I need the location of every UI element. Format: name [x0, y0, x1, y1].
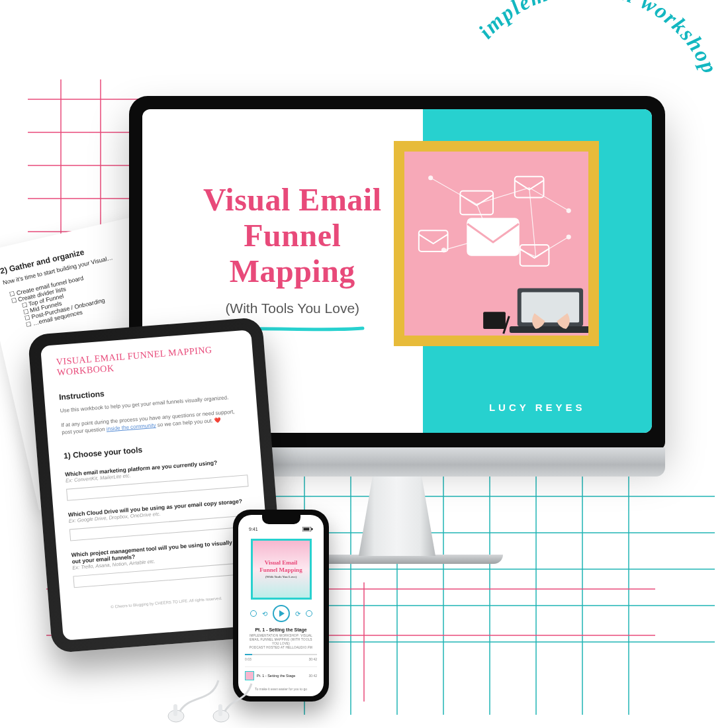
svg-rect-35 — [467, 218, 518, 255]
svg-point-45 — [213, 710, 229, 722]
svg-rect-42 — [304, 528, 310, 531]
svg-rect-47 — [218, 704, 222, 716]
phone-screen: 9:41 Visual Email Funnel Mapping (With T… — [238, 515, 324, 696]
svg-rect-43 — [312, 528, 313, 530]
workbook-footer: © Cheers to Blogging by CHEERS TO LIFE. … — [75, 593, 257, 612]
phone-device: 9:41 Visual Email Funnel Mapping (With T… — [233, 510, 329, 702]
svg-rect-31 — [460, 191, 493, 215]
episode-length: 30:42 — [308, 674, 317, 678]
phone-time: 9:41 — [249, 527, 258, 532]
phone-footer: To make it even easier for you to go — [255, 683, 307, 691]
monitor-stand — [359, 477, 435, 556]
player-controls: ⟲ ⟳ — [250, 605, 312, 622]
forward-icon[interactable]: ⟳ — [295, 610, 300, 617]
track-title: Pt. 1 - Setting the Stage — [255, 627, 306, 632]
image-frame — [394, 141, 599, 346]
battery-icon — [302, 527, 313, 532]
rewind-icon[interactable]: ⟲ — [262, 610, 267, 617]
svg-point-28 — [567, 208, 570, 212]
workbook-title: VISUAL EMAIL FUNNEL MAPPING WORKBOOK — [56, 343, 239, 378]
play-button[interactable] — [273, 605, 290, 622]
progress-bar[interactable] — [245, 654, 317, 655]
svg-point-27 — [428, 176, 432, 180]
slide-right: LUCY REYES — [423, 109, 653, 433]
slide-title: Visual Email Funnel Mapping — [182, 182, 403, 289]
episode-row[interactable]: Pt. 1 - Setting the Stage 30:42 — [245, 666, 317, 680]
episode-label: Pt. 1 - Setting the Stage — [257, 674, 306, 678]
phone-status-bar: 9:41 — [245, 527, 317, 532]
curved-text-label: implementation workshop — [474, 0, 723, 78]
svg-point-44 — [168, 710, 184, 722]
svg-rect-32 — [514, 177, 543, 198]
timecodes: 0:03 30:42 — [245, 657, 317, 661]
podcast-cover: Visual Email Funnel Mapping (With Tools … — [251, 539, 312, 600]
svg-rect-37 — [521, 292, 578, 322]
phone-notch — [262, 515, 300, 524]
svg-rect-46 — [173, 704, 177, 716]
author-name: LUCY REYES — [423, 402, 653, 413]
svg-text:implementation workshop: implementation workshop — [474, 0, 723, 78]
email-network-illustration — [404, 152, 588, 336]
svg-point-30 — [567, 235, 570, 239]
choose-tools-heading: 1) Choose your tools — [64, 437, 246, 461]
svg-rect-39 — [483, 312, 506, 329]
next-button[interactable] — [306, 610, 312, 617]
track-meta: IMPLEMENTATION WORKSHOP: VISUAL EMAIL FU… — [250, 634, 312, 649]
episode-thumb — [245, 671, 254, 680]
svg-rect-34 — [520, 245, 549, 266]
product-mockup-canvas: implementation workshop 2) Gather and or… — [0, 0, 728, 728]
svg-rect-38 — [509, 326, 588, 333]
prev-button[interactable] — [250, 610, 257, 617]
slide-subtitle: (With Tools You Love) — [225, 300, 359, 316]
